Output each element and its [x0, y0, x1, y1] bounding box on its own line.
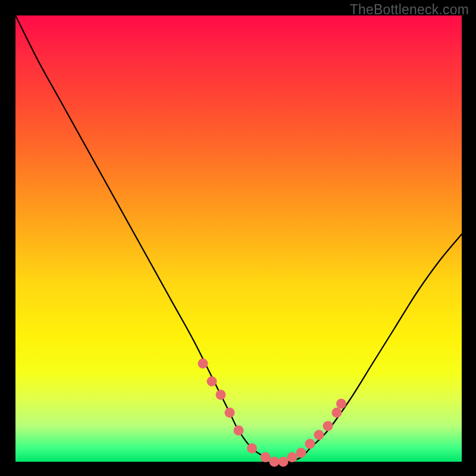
sample-point: [323, 421, 333, 431]
sample-point: [278, 457, 289, 467]
sample-point: [270, 457, 280, 467]
watermark-text: TheBottleneck.com: [350, 2, 469, 18]
chart-stage: TheBottleneck.com: [0, 0, 476, 476]
sample-point: [225, 408, 235, 418]
sample-point: [287, 452, 298, 462]
sample-point: [207, 377, 217, 387]
sample-point: [234, 425, 244, 436]
sample-point: [305, 439, 315, 449]
sample-point: [198, 359, 208, 369]
sample-point: [216, 390, 226, 400]
sample-point: [296, 448, 306, 458]
chart-svg-overlay: [15, 15, 462, 462]
sample-point: [332, 408, 342, 418]
chart-plot-area: [15, 15, 462, 462]
bottleneck-curve: [15, 15, 462, 462]
marker-group: [198, 359, 347, 467]
sample-point: [247, 443, 257, 453]
sample-point: [261, 452, 271, 462]
sample-point: [336, 399, 346, 409]
sample-point: [314, 430, 324, 440]
